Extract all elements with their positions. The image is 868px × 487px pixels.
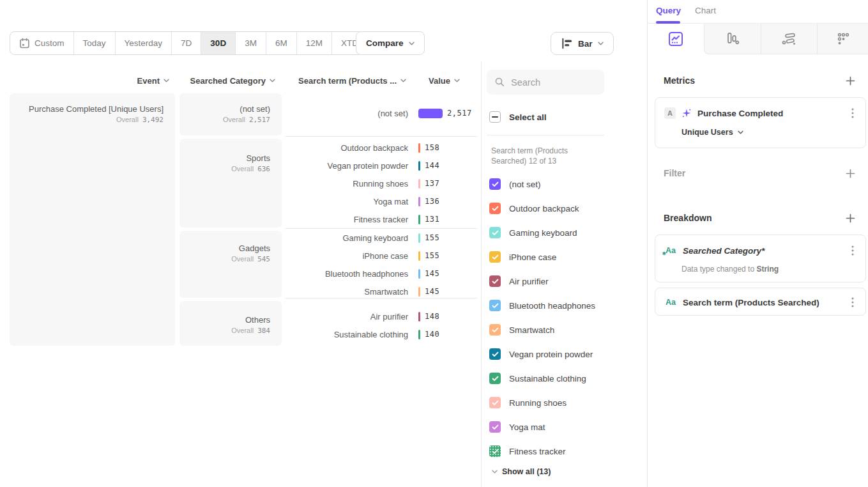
date-range-30d-selected[interactable]: 30D bbox=[201, 32, 236, 54]
value-bar bbox=[418, 330, 420, 339]
column-header-search-term[interactable]: Search term (Products ... bbox=[281, 74, 406, 87]
value-bar bbox=[418, 197, 420, 206]
category-cell-gadgets: Gadgets Overall545 bbox=[179, 231, 282, 298]
string-type-icon: ✱Aa bbox=[664, 246, 677, 255]
report-tab-flows[interactable] bbox=[761, 24, 816, 54]
string-type-icon: Aa bbox=[664, 298, 677, 307]
series-item-sustainable-clothing[interactable]: Sustainable clothing bbox=[489, 366, 643, 390]
date-range-7d[interactable]: 7D bbox=[172, 32, 201, 54]
breakdown-name: Search term (Products Searched) bbox=[683, 298, 843, 307]
aggregation-dropdown[interactable]: Unique Users bbox=[681, 128, 865, 137]
series-item-not-set[interactable]: (not set) bbox=[489, 172, 643, 196]
checkbox-checked[interactable] bbox=[489, 324, 501, 336]
date-range-3m[interactable]: 3M bbox=[236, 32, 266, 54]
value-bar bbox=[418, 179, 420, 189]
checkbox-checked[interactable] bbox=[489, 300, 501, 311]
checkbox-checked[interactable] bbox=[489, 373, 501, 384]
modified-asterisk: ✱ bbox=[662, 251, 666, 256]
value-bar bbox=[418, 215, 420, 224]
series-item-gaming-keyboard[interactable]: Gaming keyboard bbox=[489, 220, 643, 245]
search-box bbox=[487, 70, 604, 95]
date-range-custom[interactable]: Custom bbox=[10, 32, 74, 54]
report-tab-insights-active[interactable] bbox=[648, 24, 703, 54]
report-tab-funnels[interactable] bbox=[705, 24, 760, 54]
compare-button[interactable]: Compare bbox=[356, 31, 425, 55]
table-row: Yoga mat 136 bbox=[286, 192, 477, 210]
filter-header: Filter bbox=[664, 168, 855, 178]
checkbox-checked[interactable] bbox=[489, 203, 501, 214]
group-separator bbox=[286, 136, 477, 137]
column-header-searched-category[interactable]: Searched Category bbox=[179, 74, 275, 87]
flows-icon bbox=[780, 31, 797, 47]
metric-card[interactable]: A Purchase Completed Unique Users bbox=[655, 97, 866, 148]
search-input[interactable] bbox=[511, 77, 594, 88]
value-bar bbox=[418, 269, 420, 279]
add-breakdown-button[interactable] bbox=[846, 213, 855, 223]
report-tab-retention[interactable] bbox=[818, 24, 868, 54]
checkbox-checked[interactable] bbox=[489, 178, 501, 190]
table-row: Vegan protein powder 144 bbox=[286, 157, 477, 174]
chevron-down-icon bbox=[598, 42, 604, 45]
data-type-note: Data type changed to String bbox=[681, 265, 865, 274]
show-all-toggle[interactable]: Show all (13) bbox=[492, 467, 551, 476]
breakdown-card-searched-category[interactable]: ✱Aa Searched Category* Data type changed… bbox=[655, 235, 866, 282]
report-type-strip bbox=[648, 24, 868, 54]
checkbox-checked[interactable] bbox=[489, 275, 501, 287]
date-range-today[interactable]: Today bbox=[74, 32, 116, 54]
query-builder-panel: Query Chart bbox=[647, 0, 868, 487]
series-item-bluetooth-headphones[interactable]: Bluetooth headphones bbox=[489, 293, 643, 318]
add-filter-button[interactable] bbox=[846, 169, 855, 178]
kebab-menu-icon[interactable] bbox=[849, 244, 857, 257]
series-item-yoga-mat[interactable]: Yoga mat bbox=[489, 415, 643, 439]
tab-query[interactable]: Query bbox=[656, 6, 681, 15]
date-range-12m[interactable]: 12M bbox=[297, 32, 332, 54]
breakdown-card-search-term[interactable]: Aa Search term (Products Searched) bbox=[655, 288, 866, 316]
column-header-value[interactable]: Value bbox=[415, 74, 460, 87]
category-cell-not-set: (not set) Overall2,517 bbox=[179, 93, 282, 135]
value-bar bbox=[418, 233, 420, 243]
tab-chart[interactable]: Chart bbox=[695, 6, 716, 15]
checkbox-checked[interactable] bbox=[489, 251, 501, 263]
calendar-icon bbox=[19, 38, 30, 49]
kebab-menu-icon[interactable] bbox=[849, 296, 857, 309]
kebab-menu-icon[interactable] bbox=[849, 107, 857, 120]
select-all-row[interactable]: Select all bbox=[489, 111, 547, 123]
checkbox-checked[interactable] bbox=[489, 421, 501, 433]
metric-name: Purchase Completed bbox=[697, 109, 843, 118]
event-overall: Overall3,492 bbox=[16, 116, 164, 124]
retention-dots-icon bbox=[835, 31, 851, 47]
chevron-down-icon bbox=[270, 79, 275, 82]
analytics-app: Custom Today Yesterday 7D 30D 3M 6M 12M … bbox=[0, 0, 868, 487]
series-list-label: Search term (Products Searched) 12 of 13 bbox=[491, 146, 605, 166]
date-range-yesterday[interactable]: Yesterday bbox=[116, 32, 172, 54]
chevron-down-icon bbox=[738, 130, 743, 134]
select-all-checkbox-indeterminate[interactable] bbox=[489, 111, 501, 123]
series-item-fitness-tracker[interactable]: Fitness tracker bbox=[489, 439, 643, 463]
insights-chart-icon bbox=[667, 31, 684, 47]
checkbox-checked[interactable] bbox=[489, 397, 501, 408]
chevron-down-icon bbox=[409, 42, 415, 45]
add-metric-button[interactable] bbox=[846, 76, 855, 86]
chart-type-selector[interactable]: Bar bbox=[551, 32, 614, 55]
chevron-down-icon bbox=[454, 79, 460, 82]
checkbox-checked-patterned[interactable] bbox=[489, 445, 501, 457]
series-item-vegan-protein-powder[interactable]: Vegan protein powder bbox=[489, 342, 643, 366]
column-header-event[interactable]: Event bbox=[38, 74, 169, 87]
series-item-outdoor-backpack[interactable]: Outdoor backpack bbox=[489, 196, 643, 220]
checkbox-checked[interactable] bbox=[489, 227, 501, 238]
funnel-bars-icon bbox=[724, 31, 741, 47]
table-row: iPhone case 155 bbox=[286, 247, 477, 265]
value-bar bbox=[418, 251, 420, 261]
table-row: Air purifier 148 bbox=[286, 307, 477, 325]
checkbox-checked[interactable] bbox=[489, 348, 501, 360]
series-item-smartwatch[interactable]: Smartwatch bbox=[489, 318, 643, 342]
breakdown-name: Searched Category* bbox=[683, 246, 843, 256]
series-item-running-shoes[interactable]: Running shoes bbox=[489, 390, 643, 415]
series-item-iphone-case[interactable]: iPhone case bbox=[489, 245, 643, 269]
date-range-6m[interactable]: 6M bbox=[266, 32, 297, 54]
minus-icon bbox=[492, 116, 498, 118]
table-row: Fitness tracker 131 bbox=[286, 210, 477, 228]
table-row: Bluetooth headphones 145 bbox=[286, 265, 477, 282]
series-item-air-purifier[interactable]: Air purifier bbox=[489, 269, 643, 293]
panel-divider bbox=[481, 61, 482, 487]
